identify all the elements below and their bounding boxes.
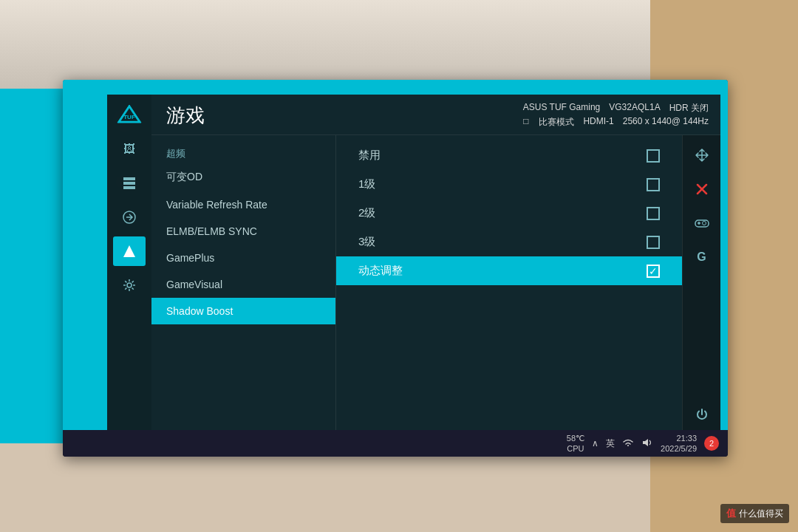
wifi-icon xyxy=(622,438,634,449)
checkbox-level3: □ xyxy=(647,236,660,249)
hdr-status: HDR 关闭 xyxy=(669,102,709,115)
menu-item-shadowboost[interactable]: Shadow Boost xyxy=(151,298,335,324)
checkbox-auto: ✓ xyxy=(647,265,660,278)
watermark-text: 什么值得买 xyxy=(739,508,783,520)
move-button[interactable] xyxy=(688,141,716,169)
svg-marker-7 xyxy=(123,245,135,257)
volume-icon xyxy=(641,438,653,449)
menu-item-od[interactable]: 可变OD xyxy=(151,163,335,191)
svg-point-12 xyxy=(702,222,706,225)
device-info: ASUS TUF Gaming VG32AQL1A HDR 关闭 □ 比赛模式 … xyxy=(523,102,709,129)
osd-body: 超频 可变OD Variable Refresh Rate ELMB/ELMB … xyxy=(151,135,720,430)
g-button[interactable]: G xyxy=(688,243,716,271)
menu-panel: 超频 可变OD Variable Refresh Rate ELMB/ELMB … xyxy=(151,135,336,430)
options-panel: 禁用 □ 1级 □ 2级 □ 3级 □ xyxy=(336,135,682,430)
display-mode: 比赛模式 xyxy=(539,116,574,129)
sidebar-item-color[interactable] xyxy=(113,168,146,198)
osd-header: 游戏 ASUS TUF Gaming VG32AQL1A HDR 关闭 □ 比赛… xyxy=(151,95,720,135)
taskbar: 58℃ CPU ∧ 英 21:33 2022/5/29 2 xyxy=(63,430,728,457)
monitor-frame: TUF 🖼 xyxy=(63,80,728,457)
watermark-logo: 值 xyxy=(726,507,736,520)
svg-rect-11 xyxy=(695,220,709,227)
svg-rect-4 xyxy=(123,182,135,185)
sidebar-item-gaming[interactable] xyxy=(113,236,146,266)
monitor-screen: TUF 🖼 xyxy=(63,80,728,430)
watermark: 值 什么值得买 xyxy=(720,504,789,523)
up-icon: ∧ xyxy=(592,438,598,449)
menu-item-gamevisual[interactable]: GameVisual xyxy=(151,271,335,298)
sidebar-item-input[interactable] xyxy=(113,202,146,232)
close-button[interactable] xyxy=(688,175,716,203)
checkbox-level2: □ xyxy=(647,207,660,220)
icon-sidebar: TUF 🖼 xyxy=(107,95,151,430)
option-disabled[interactable]: 禁用 □ xyxy=(336,141,682,170)
controls-sidebar: G xyxy=(682,135,720,430)
notification-badge[interactable]: 2 xyxy=(704,436,719,451)
menu-item-elmb[interactable]: ELMB/ELMB SYNC xyxy=(151,218,335,245)
sidebar-item-image[interactable]: 🖼 xyxy=(113,134,146,164)
gamepad-button[interactable] xyxy=(688,209,716,237)
resolution: 2560 x 1440@ 144Hz xyxy=(623,116,709,129)
brand-name: ASUS TUF Gaming xyxy=(523,102,600,115)
menu-section-label: 超频 xyxy=(151,141,335,163)
svg-point-8 xyxy=(127,283,132,287)
osd-menu: TUF 🖼 xyxy=(107,95,720,430)
model-name: VG32AQL1A xyxy=(609,102,660,115)
svg-text:TUF: TUF xyxy=(123,114,135,120)
option-level1[interactable]: 1级 □ xyxy=(336,170,682,199)
cpu-temp: 58℃ CPU xyxy=(567,433,584,454)
checkbox-level1: □ xyxy=(647,178,660,191)
power-button[interactable] xyxy=(688,400,716,429)
taskbar-right: 58℃ CPU ∧ 英 21:33 2022/5/29 2 xyxy=(567,433,719,454)
option-auto[interactable]: 动态调整 ✓ xyxy=(336,256,682,285)
display-mode-icon: □ xyxy=(523,116,528,129)
brand-logo: TUF xyxy=(113,100,146,127)
lang-indicator: 英 xyxy=(606,437,615,450)
main-content: 游戏 ASUS TUF Gaming VG32AQL1A HDR 关闭 □ 比赛… xyxy=(151,95,720,430)
sidebar-item-settings[interactable] xyxy=(113,270,146,300)
page-title: 游戏 xyxy=(166,103,205,129)
option-level3[interactable]: 3级 □ xyxy=(336,228,682,256)
taskbar-time: 21:33 2022/5/29 xyxy=(661,433,697,454)
option-level2[interactable]: 2级 □ xyxy=(336,199,682,228)
checkbox-disabled: □ xyxy=(647,149,660,163)
svg-rect-5 xyxy=(123,186,135,189)
menu-item-gameplus[interactable]: GamePlus xyxy=(151,245,335,271)
menu-item-vrr[interactable]: Variable Refresh Rate xyxy=(151,191,335,218)
input-source: HDMI-1 xyxy=(583,116,613,129)
svg-rect-3 xyxy=(123,177,135,180)
